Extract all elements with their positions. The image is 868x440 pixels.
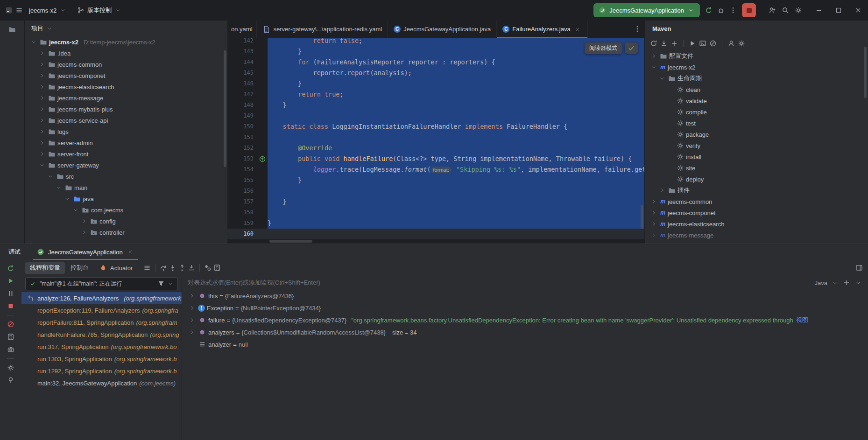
menu-icon[interactable] — [15, 6, 23, 14]
view-value-link[interactable]: 视图 — [796, 316, 808, 324]
chevron-down-icon[interactable] — [55, 183, 63, 192]
maven-tree-item[interactable]: site — [645, 162, 868, 174]
project-tree-item[interactable]: jeecms-x2D:\temp-jeecms\jeecms-x2 — [25, 36, 227, 48]
download-icon[interactable] — [660, 39, 668, 48]
chevron-down-icon[interactable] — [649, 63, 658, 71]
maven-tree-item[interactable]: mjeecms-common — [645, 196, 868, 207]
chevron-down-icon[interactable] — [854, 279, 862, 287]
logo-icon[interactable] — [5, 6, 13, 14]
editor-vertical-scrollbar[interactable] — [641, 205, 643, 229]
settings-icon[interactable] — [794, 6, 803, 14]
chevron-right-icon[interactable] — [649, 52, 658, 60]
stop-button[interactable] — [742, 3, 756, 17]
implementing-method-icon[interactable] — [258, 155, 267, 163]
stack-frame[interactable]: analyze:126, FailureAnalyzers(org.spring… — [21, 292, 182, 304]
project-tree-item[interactable]: server-gateway — [25, 160, 227, 171]
add-icon[interactable] — [670, 39, 678, 48]
pause-icon[interactable] — [5, 288, 17, 299]
chevron-down-icon[interactable] — [166, 279, 175, 288]
step-out-icon[interactable] — [178, 264, 186, 272]
variable-row[interactable]: this = {FailureAnalyzers@7436} — [182, 290, 868, 302]
chevron-right-icon[interactable] — [38, 105, 46, 113]
chevron-right-icon[interactable] — [38, 71, 46, 80]
chevron-right-icon[interactable] — [80, 228, 88, 237]
project-tree-item[interactable]: jeecms-mybatis-plus — [25, 104, 227, 115]
maven-tree-item[interactable]: 生命周期 — [645, 73, 868, 84]
chevron-right-icon[interactable] — [649, 209, 658, 217]
project-tree-item[interactable]: java — [25, 193, 227, 204]
project-scrollbar[interactable] — [224, 50, 226, 167]
settings-icon[interactable] — [5, 362, 17, 373]
project-tree-item[interactable]: main — [25, 182, 227, 193]
chevron-right-icon[interactable] — [188, 292, 196, 300]
maven-tree-item[interactable]: mjeecms-componet — [645, 207, 868, 218]
evaluate-icon[interactable] — [5, 331, 17, 342]
chevron-right-icon[interactable] — [80, 217, 88, 225]
maven-tree-item[interactable]: clean — [645, 84, 868, 95]
chevron-down-icon[interactable] — [831, 279, 839, 287]
maven-tree-item[interactable]: 插件 — [645, 185, 868, 196]
project-tree-item[interactable]: jeecms-componet — [25, 70, 227, 81]
maven-tree-item[interactable]: 配置文件 — [645, 50, 868, 62]
maximize-button[interactable] — [829, 0, 848, 21]
project-tree-item[interactable]: server-admin — [25, 137, 227, 148]
stack-frame[interactable]: main:32, JeecmsGatewayApplication(com.je… — [21, 377, 182, 389]
maven-tree-item[interactable]: test — [645, 118, 868, 129]
maven-tree-item[interactable]: compile — [645, 106, 868, 118]
chevron-right-icon[interactable] — [38, 116, 46, 125]
stack-frame[interactable]: reportException:119, FailureAnalyzers(or… — [21, 304, 182, 316]
variable-row[interactable]: analyzers = {Collections$UnmodifiableRan… — [182, 326, 868, 338]
maven-tree-item[interactable]: validate — [645, 95, 868, 106]
project-tree-item[interactable]: logs — [25, 126, 227, 137]
debug-tab-Actuator[interactable]: Actuator — [94, 262, 137, 274]
tab-list-menu-icon[interactable] — [633, 25, 642, 33]
skip-tests-icon[interactable] — [709, 39, 717, 48]
search-icon[interactable] — [781, 6, 790, 14]
vcs-widget[interactable]: 版本控制 — [73, 4, 126, 17]
stack-frame[interactable]: run:1303, SpringApplication(org.springfr… — [21, 353, 182, 365]
stop-icon[interactable] — [5, 300, 17, 312]
evaluate-icon[interactable] — [213, 264, 221, 272]
folder-tool-window-icon[interactable] — [8, 25, 16, 34]
rerun-icon[interactable] — [5, 263, 17, 274]
close-button[interactable] — [848, 0, 868, 21]
settings-icon[interactable] — [737, 39, 746, 48]
maven-tree-item[interactable]: deploy — [645, 174, 868, 185]
editor-tab[interactable]: CJeecmsGatewayApplication.java — [388, 21, 497, 38]
step-over-icon[interactable] — [159, 264, 168, 272]
step-into-icon[interactable] — [169, 264, 177, 272]
maven-tree-item[interactable]: mjeecms-elasticsearch — [645, 218, 868, 230]
chevron-right-icon[interactable] — [38, 150, 46, 158]
close-icon[interactable] — [126, 248, 134, 256]
project-tree-item[interactable]: jeecms-service-api — [25, 115, 227, 126]
chevron-right-icon[interactable] — [188, 316, 196, 324]
run-config-widget[interactable]: JeecmsGatewayApplication — [593, 3, 700, 17]
reload-icon[interactable] — [649, 39, 658, 48]
editor-tab[interactable]: CFailureAnalyzers.java — [497, 21, 587, 38]
editor-tab[interactable]: on.yaml — [227, 21, 257, 38]
chevron-right-icon[interactable] — [649, 231, 658, 239]
filter-icon[interactable] — [157, 279, 165, 288]
debug-tab-线程和变量[interactable]: 线程和变量 — [25, 262, 65, 274]
chevron-down-icon[interactable] — [29, 38, 38, 46]
chevron-right-icon[interactable] — [38, 60, 46, 69]
add-watch-icon[interactable] — [842, 279, 851, 287]
project-tree-item[interactable]: src — [25, 171, 227, 182]
project-tree-item[interactable]: config — [25, 216, 227, 227]
profiles-icon[interactable] — [727, 39, 735, 48]
project-tree-item[interactable]: jeecms-message — [25, 92, 227, 104]
project-switcher[interactable]: jeecms-x2 — [25, 4, 71, 17]
evaluate-expression-input[interactable]: 对表达式求值(Enter)或添加监视(Ctrl+Shift+Enter) — [188, 279, 320, 287]
minimize-button[interactable] — [809, 0, 829, 21]
debug-session-tab[interactable]: JeecmsGatewayApplication — [33, 244, 138, 260]
more-v-icon[interactable] — [729, 6, 737, 14]
chevron-down-icon[interactable] — [46, 172, 55, 181]
chevron-right-icon[interactable] — [649, 197, 658, 206]
code-editor[interactable]: 142 return false;143 }144 for (FailureAn… — [227, 38, 644, 244]
chevron-right-icon[interactable] — [188, 328, 196, 336]
variable-row[interactable]: !Exception = {NullPointerException@7434} — [182, 302, 868, 314]
chevron-down-icon[interactable] — [63, 195, 71, 203]
chevron-right-icon[interactable] — [188, 304, 196, 312]
project-tree-item[interactable]: controller — [25, 227, 227, 238]
layout-settings-icon[interactable] — [855, 264, 863, 272]
